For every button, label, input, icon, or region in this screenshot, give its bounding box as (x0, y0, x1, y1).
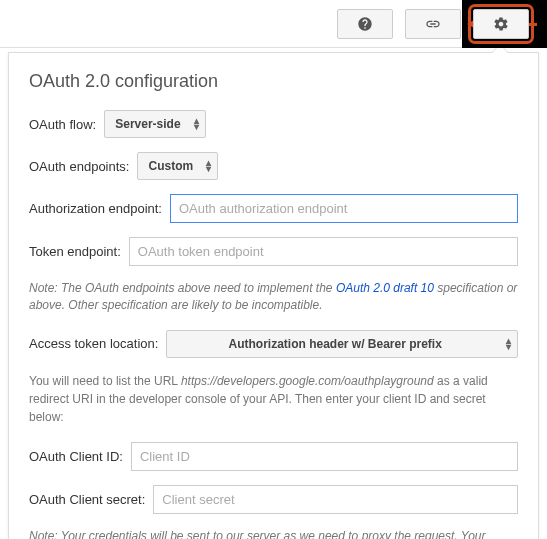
auth-endpoint-label: Authorization endpoint: (29, 201, 162, 216)
credentials-note: Note: Your credentials will be sent to o… (29, 528, 518, 539)
gear-icon (493, 16, 509, 32)
access-token-value: Authorization header w/ Bearer prefix (228, 337, 441, 351)
panel-title: OAuth 2.0 configuration (29, 71, 518, 92)
help-icon (357, 16, 373, 32)
client-secret-input[interactable] (153, 485, 518, 514)
oauth-config-panel: OAuth 2.0 configuration OAuth flow: Serv… (8, 52, 539, 539)
auth-endpoint-input[interactable] (170, 194, 518, 223)
oauth-flow-label: OAuth flow: (29, 117, 96, 132)
oauth-spec-link[interactable]: OAuth 2.0 draft 10 (336, 281, 434, 295)
oauth-endpoints-select[interactable]: Custom ▴▾ (137, 152, 218, 180)
oauth-flow-value: Server-side (115, 117, 180, 131)
desc-text: You will need to list the URL (29, 374, 181, 388)
oauth-flow-select[interactable]: Server-side ▴▾ (104, 110, 205, 138)
token-endpoint-label: Token endpoint: (29, 244, 121, 259)
link-icon (425, 16, 441, 32)
oauth-endpoints-value: Custom (148, 159, 193, 173)
help-button[interactable] (337, 9, 393, 39)
client-id-label: OAuth Client ID: (29, 449, 123, 464)
link-button[interactable] (405, 9, 461, 39)
settings-button[interactable] (473, 9, 529, 39)
client-secret-label: OAuth Client secret: (29, 492, 145, 507)
access-token-label: Access token location: (29, 336, 158, 351)
endpoints-note: Note: The OAuth endpoints above need to … (29, 280, 518, 314)
client-id-input[interactable] (131, 442, 518, 471)
chevron-updown-icon: ▴▾ (506, 338, 511, 350)
token-endpoint-input[interactable] (129, 237, 518, 266)
oauth-endpoints-label: OAuth endpoints: (29, 159, 129, 174)
desc-url: https://developers.google.com/oauthplayg… (181, 374, 434, 388)
chevron-updown-icon: ▴▾ (194, 118, 199, 130)
redirect-desc: You will need to list the URL https://de… (29, 372, 518, 426)
chevron-updown-icon: ▴▾ (206, 160, 211, 172)
access-token-select[interactable]: Authorization header w/ Bearer prefix ▴▾ (166, 330, 518, 358)
note-text: Note: The OAuth endpoints above need to … (29, 281, 336, 295)
